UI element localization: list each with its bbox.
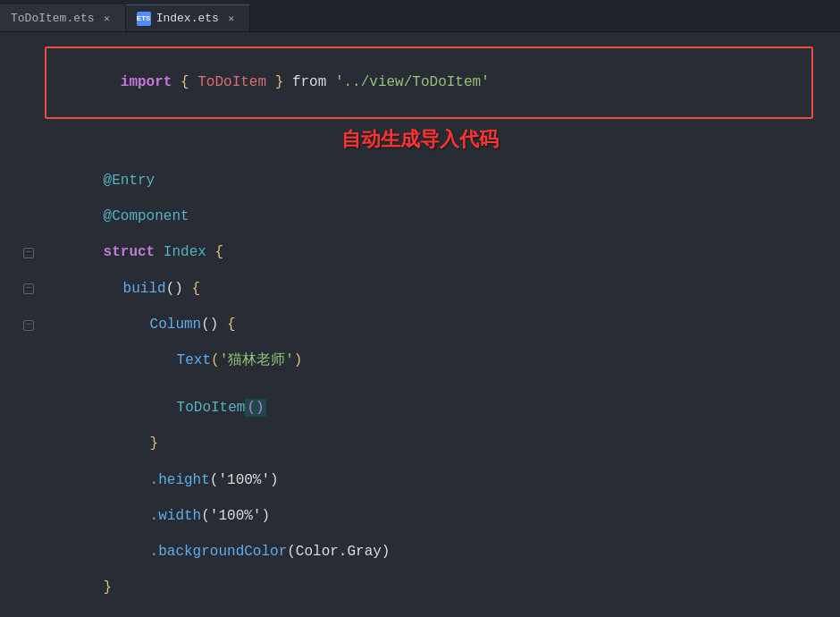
tab-index-label: Index.ets xyxy=(156,12,219,25)
tab-index-close[interactable]: ✕ xyxy=(224,12,239,26)
gutter-struct: − xyxy=(0,248,45,258)
tab-index-icon: ETS xyxy=(137,12,151,26)
tab-bar: ToDoItem.ets ✕ ETS Index.ets ✕ xyxy=(0,0,840,32)
text-arg: '猫林老师' xyxy=(220,352,294,368)
struct-close-line: } xyxy=(0,571,840,606)
import-keyword: import xyxy=(121,74,172,90)
import-line-wrapper: import { ToDoItem } from '../view/ToDoIt… xyxy=(0,46,840,119)
fold-struct[interactable]: − xyxy=(23,248,34,258)
import-line: import { ToDoItem } from '../view/ToDoIt… xyxy=(0,46,840,119)
struct-close-code: } xyxy=(45,554,840,617)
import-path: '../view/ToDoItem' xyxy=(335,74,490,90)
tab-todoitem[interactable]: ToDoItem.ets ✕ xyxy=(0,4,126,31)
tab-todoitem-close[interactable]: ✕ xyxy=(100,11,114,25)
tab-todoitem-label: ToDoItem.ets xyxy=(11,12,95,25)
fold-column[interactable]: − xyxy=(23,320,34,331)
gutter-column: − xyxy=(0,320,45,331)
code-editor: import { ToDoItem } from '../view/ToDoIt… xyxy=(0,32,840,617)
import-brace-close: } xyxy=(275,74,284,90)
gutter-build: − xyxy=(0,283,45,294)
import-brace-open: { xyxy=(181,74,189,90)
import-item: ToDoItem xyxy=(197,74,266,90)
text-method: Text xyxy=(177,352,211,368)
tab-index[interactable]: ETS Index.ets ✕ xyxy=(126,4,250,31)
fold-build[interactable]: − xyxy=(23,283,34,294)
import-from: from xyxy=(292,74,326,90)
struct-close-brace: } xyxy=(104,579,113,596)
import-code: import { ToDoItem } from '../view/ToDoIt… xyxy=(45,48,840,117)
